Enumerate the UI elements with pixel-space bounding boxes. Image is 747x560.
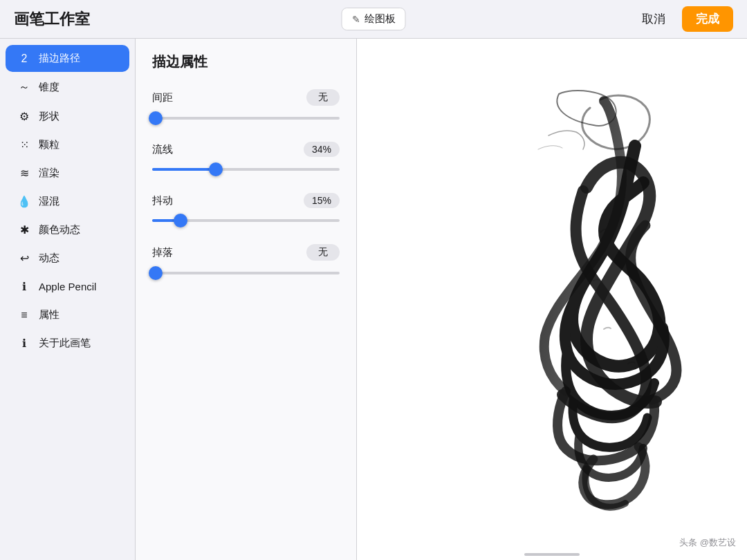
property-name-jitter: 抖动 [152, 194, 173, 207]
slider-streamline[interactable] [152, 162, 340, 176]
top-bar: 画笔工作室 ✎ 绘图板 取消 完成 [0, 0, 747, 39]
property-value-spacing: 无 [306, 89, 340, 106]
sidebar-label-shape: 形状 [39, 110, 59, 123]
scroll-indicator [524, 553, 580, 556]
sidebar-label-color-dynamics: 颜色动态 [39, 223, 80, 236]
slider-thumb-falloff[interactable] [149, 266, 163, 280]
canvas-drawing [357, 39, 747, 560]
property-row-jitter: 抖动15% [136, 186, 356, 237]
sidebar-icon-shape: ⚙ [17, 110, 32, 123]
sidebar-icon-apple-pencil: ℹ [17, 280, 32, 293]
slider-thumb-jitter[interactable] [174, 214, 187, 227]
sidebar-icon-taper: ～ [17, 80, 32, 95]
property-row-falloff: 掉落无 [136, 237, 356, 290]
sidebar-item-about[interactable]: ℹ关于此画笔 [6, 330, 129, 357]
sidebar-label-apple-pencil: Apple Pencil [39, 281, 96, 292]
sidebar-item-grain[interactable]: ⁙颗粒 [6, 131, 129, 158]
sidebar-label-render: 渲染 [39, 167, 59, 180]
sidebar-item-wet-mix[interactable]: 💧湿混 [6, 188, 129, 215]
property-name-falloff: 掉落 [152, 246, 173, 259]
sidebar-label-taper: 锥度 [39, 81, 59, 94]
sidebar-item-dynamics[interactable]: ↩动态 [6, 245, 129, 272]
drawing-board-label: 绘图板 [365, 12, 396, 26]
slider-spacing[interactable] [152, 111, 340, 125]
property-value-falloff: 无 [306, 244, 340, 261]
sidebar-label-about: 关于此画笔 [39, 337, 91, 350]
sidebar-icon-about: ℹ [17, 337, 32, 350]
slider-jitter[interactable] [152, 214, 340, 227]
edit-icon: ✎ [352, 14, 360, 25]
sidebar-icon-properties: ≡ [17, 309, 32, 321]
cancel-button[interactable]: 取消 [634, 7, 674, 31]
sidebar-label-dynamics: 动态 [39, 252, 59, 265]
watermark: 头条 @数艺设 [679, 536, 736, 549]
sidebar-label-properties: 属性 [39, 308, 59, 321]
sidebar-icon-color-dynamics: ✱ [17, 223, 32, 236]
canvas-area[interactable]: 头条 @数艺设 [357, 39, 747, 560]
sidebar-item-apple-pencil[interactable]: ℹApple Pencil [6, 273, 129, 300]
sidebar-item-properties[interactable]: ≡属性 [6, 301, 129, 328]
done-button[interactable]: 完成 [682, 6, 733, 32]
main-content: 2描边路径～锥度⚙形状⁙颗粒≋渲染💧湿混✱颜色动态↩动态ℹApple Penci… [0, 39, 747, 560]
slider-thumb-spacing[interactable] [149, 111, 163, 125]
properties-title: 描边属性 [136, 39, 356, 82]
sidebar: 2描边路径～锥度⚙形状⁙颗粒≋渲染💧湿混✱颜色动态↩动态ℹApple Penci… [0, 39, 136, 560]
sidebar-label-stroke-path: 描边路径 [39, 52, 80, 65]
sidebar-item-stroke-path[interactable]: 2描边路径 [6, 45, 129, 72]
top-bar-actions: ✎ 绘图板 取消 完成 [634, 6, 733, 32]
sidebar-label-wet-mix: 湿混 [39, 195, 59, 208]
sidebar-item-taper[interactable]: ～锥度 [6, 73, 129, 102]
drawing-board-button[interactable]: ✎ 绘图板 [342, 8, 406, 30]
slider-thumb-streamline[interactable] [209, 162, 223, 176]
sidebar-icon-grain: ⁙ [17, 138, 32, 151]
sidebar-item-color-dynamics[interactable]: ✱颜色动态 [6, 216, 129, 243]
slider-falloff[interactable] [152, 266, 340, 280]
sidebar-icon-stroke-path: 2 [17, 53, 32, 65]
sidebar-item-render[interactable]: ≋渲染 [6, 160, 129, 187]
property-value-streamline: 34% [304, 142, 340, 157]
property-name-spacing: 间距 [152, 91, 173, 104]
sidebar-icon-wet-mix: 💧 [17, 195, 32, 208]
sidebar-icon-render: ≋ [17, 167, 32, 180]
app-title: 画笔工作室 [14, 9, 90, 30]
property-row-streamline: 流线34% [136, 135, 356, 186]
property-name-streamline: 流线 [152, 143, 173, 156]
properties-panel: 描边属性 间距无流线34%抖动15%掉落无 [136, 39, 357, 560]
sidebar-icon-dynamics: ↩ [17, 252, 32, 265]
sidebar-label-grain: 颗粒 [39, 138, 59, 151]
sidebar-item-shape[interactable]: ⚙形状 [6, 103, 129, 130]
property-row-spacing: 间距无 [136, 82, 356, 135]
property-value-jitter: 15% [304, 193, 340, 208]
